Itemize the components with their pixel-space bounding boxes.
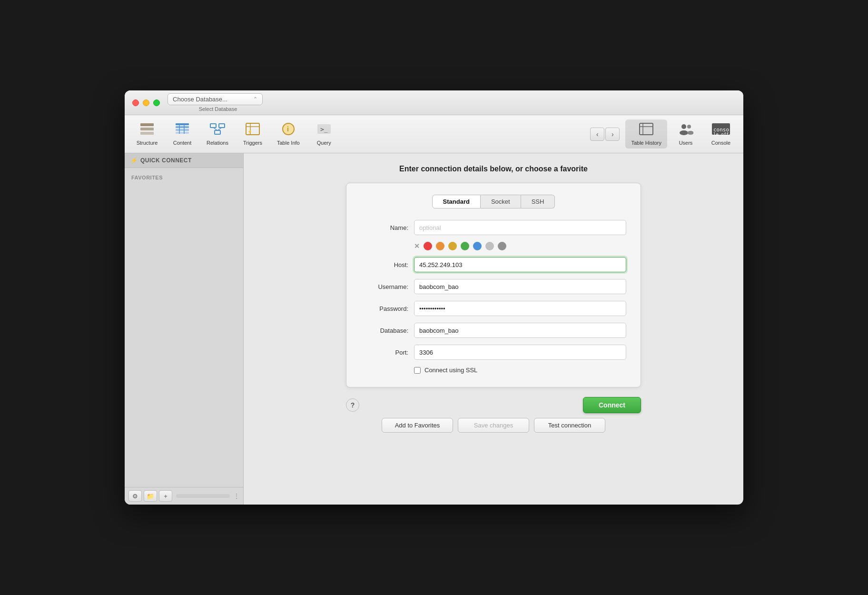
color-orange[interactable] bbox=[436, 242, 444, 250]
toolbar-label-relations: Relations bbox=[207, 140, 228, 146]
main-content: ⚡ QUICK CONNECT FAVORITES ⚙ 📁 + ⋮ Enter … bbox=[125, 153, 743, 505]
toolbar-label-structure: Structure bbox=[137, 140, 158, 146]
database-row: Database: bbox=[361, 323, 626, 338]
help-button[interactable]: ? bbox=[346, 398, 359, 412]
close-button[interactable] bbox=[132, 99, 139, 106]
color-darkgray[interactable] bbox=[498, 242, 506, 250]
color-yellow[interactable] bbox=[448, 242, 457, 250]
name-row: Name: bbox=[361, 220, 626, 235]
save-changes-button[interactable]: Save changes bbox=[458, 418, 529, 433]
relations-icon bbox=[210, 122, 225, 138]
username-row: Username: bbox=[361, 279, 626, 294]
connection-tabs: Standard Socket SSH bbox=[361, 195, 626, 208]
add-to-favorites-button[interactable]: Add to Favorites bbox=[382, 418, 453, 433]
svg-text:le off: le off bbox=[713, 132, 729, 136]
color-clear-icon[interactable]: ✕ bbox=[414, 242, 420, 250]
toolbar-btn-relations[interactable]: Relations bbox=[201, 119, 234, 149]
svg-point-28 bbox=[687, 131, 693, 135]
triggers-icon: ⚡ bbox=[245, 122, 260, 138]
settings-button[interactable]: ⚙ bbox=[128, 490, 142, 502]
color-lightgray[interactable] bbox=[485, 242, 494, 250]
bottom-buttons: Add to Favorites Save changes Test conne… bbox=[346, 418, 641, 433]
content-icon bbox=[175, 122, 190, 138]
color-red[interactable] bbox=[424, 242, 432, 250]
chevron-down-icon: ⌃ bbox=[253, 96, 257, 102]
connection-title: Enter connection details below, or choos… bbox=[399, 165, 588, 173]
new-folder-button[interactable]: 📁 bbox=[144, 490, 157, 502]
database-selector-text: Choose Database... bbox=[173, 96, 253, 103]
host-input[interactable] bbox=[414, 257, 626, 272]
connection-panel: Standard Socket SSH Name: ✕ bbox=[346, 183, 641, 387]
svg-rect-11 bbox=[215, 130, 220, 134]
password-row: Password: bbox=[361, 301, 626, 316]
toolbar-btn-users[interactable]: Users bbox=[669, 119, 702, 149]
connect-button[interactable]: Connect bbox=[583, 397, 641, 413]
toolbar-label-tablehistory: Table History bbox=[631, 140, 661, 146]
username-label: Username: bbox=[361, 283, 408, 290]
database-selector[interactable]: Choose Database... ⌃ bbox=[168, 93, 263, 105]
tab-socket[interactable]: Socket bbox=[481, 195, 521, 208]
svg-text:i: i bbox=[287, 125, 289, 133]
favorites-section: FAVORITES bbox=[125, 168, 243, 186]
tab-standard[interactable]: Standard bbox=[432, 195, 481, 208]
minimize-button[interactable] bbox=[143, 99, 149, 106]
toolbar-label-query: Query bbox=[317, 140, 331, 146]
toolbar-btn-tablehistory[interactable]: Table History bbox=[625, 119, 667, 149]
svg-point-26 bbox=[680, 130, 688, 135]
database-label: Database: bbox=[361, 327, 408, 334]
toolbar-label-tableinfo: Table Info bbox=[277, 140, 300, 146]
quick-connect-icon: ⚡ bbox=[130, 157, 138, 164]
sidebar-footer: ⚙ 📁 + ⋮ bbox=[125, 487, 243, 505]
toolbar-label-console: Console bbox=[711, 140, 730, 146]
svg-rect-3 bbox=[176, 123, 189, 125]
ssl-label: Connect using SSL bbox=[424, 367, 477, 374]
svg-rect-22 bbox=[640, 123, 653, 135]
main-window: Choose Database... ⌃ Select Database Str… bbox=[125, 90, 743, 505]
password-input[interactable] bbox=[414, 301, 626, 316]
color-blue[interactable] bbox=[473, 242, 482, 250]
toolbar-btn-query[interactable]: >_ Query bbox=[307, 119, 341, 149]
quick-connect-label: QUICK CONNECT bbox=[140, 157, 192, 164]
svg-point-27 bbox=[687, 125, 691, 129]
color-row: ✕ bbox=[361, 242, 626, 250]
console-icon: conso le off bbox=[711, 122, 731, 138]
toolbar-btn-structure[interactable]: Structure bbox=[130, 119, 164, 149]
add-button[interactable]: + bbox=[159, 490, 172, 502]
toolbar-label-content: Content bbox=[173, 140, 192, 146]
toolbar-btn-content[interactable]: Content bbox=[166, 119, 199, 149]
color-green[interactable] bbox=[461, 242, 469, 250]
query-icon: >_ bbox=[316, 122, 332, 138]
database-selector-label: Select Database bbox=[199, 106, 237, 112]
connection-actions: ? Connect bbox=[346, 397, 641, 413]
port-input[interactable] bbox=[414, 345, 626, 360]
username-input[interactable] bbox=[414, 279, 626, 294]
maximize-button[interactable] bbox=[153, 99, 160, 106]
traffic-lights bbox=[132, 99, 160, 106]
database-input[interactable] bbox=[414, 323, 626, 338]
test-connection-button[interactable]: Test connection bbox=[534, 418, 605, 433]
svg-text:>_: >_ bbox=[320, 126, 328, 133]
tab-ssh[interactable]: SSH bbox=[521, 195, 555, 208]
toolbar-label-triggers: Triggers bbox=[243, 140, 262, 146]
sidebar-scrollbar[interactable] bbox=[176, 494, 230, 498]
users-icon bbox=[678, 122, 693, 138]
toolbar-btn-triggers[interactable]: ⚡ Triggers bbox=[236, 119, 269, 149]
svg-rect-10 bbox=[219, 124, 225, 128]
titlebar: Choose Database... ⌃ Select Database bbox=[125, 90, 743, 115]
name-input[interactable] bbox=[414, 220, 626, 235]
toolbar: Structure Content bbox=[125, 115, 743, 153]
quick-connect-section[interactable]: ⚡ QUICK CONNECT bbox=[125, 153, 243, 168]
password-label: Password: bbox=[361, 305, 408, 312]
nav-back-button[interactable]: ‹ bbox=[590, 128, 604, 141]
host-label: Host: bbox=[361, 261, 408, 268]
resize-handle[interactable]: ⋮ bbox=[234, 493, 239, 499]
host-row: Host: bbox=[361, 257, 626, 272]
database-selector-wrap: Choose Database... ⌃ Select Database bbox=[168, 93, 268, 112]
nav-forward-button[interactable]: › bbox=[605, 128, 620, 141]
svg-rect-2 bbox=[140, 132, 154, 135]
name-label: Name: bbox=[361, 224, 408, 231]
connection-area: Enter connection details below, or choos… bbox=[244, 153, 743, 505]
ssl-checkbox[interactable] bbox=[414, 367, 421, 374]
toolbar-btn-tableinfo[interactable]: i Table Info bbox=[271, 119, 306, 149]
toolbar-btn-console[interactable]: conso le off Console bbox=[704, 119, 738, 149]
